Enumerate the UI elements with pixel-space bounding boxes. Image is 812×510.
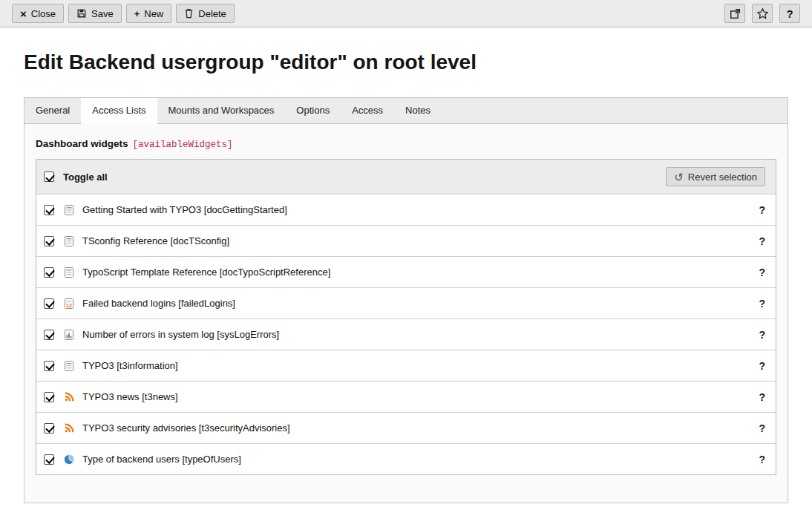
row-checkbox[interactable] <box>44 392 54 402</box>
page-title: Edit Backend usergroup "editor" on root … <box>24 50 788 75</box>
save-button-label: Save <box>91 8 114 19</box>
section-title: Dashboard widgets <box>36 138 128 149</box>
toggle-all-label[interactable]: Toggle all <box>63 171 108 183</box>
widget-label[interactable]: Type of backend users [typeOfUsers] <box>82 454 241 465</box>
tab-panel-access-lists: Dashboard widgets[availableWidgets] Togg… <box>24 124 788 503</box>
delete-button-label: Delete <box>198 8 226 19</box>
widget-label[interactable]: Getting Started with TYPO3 [docGettingSt… <box>82 204 287 215</box>
document-icon <box>63 360 75 372</box>
close-button[interactable]: × Close <box>12 4 64 23</box>
question-icon: ? <box>786 8 793 19</box>
section-code: [availableWidgets] <box>133 140 233 150</box>
open-in-new-window-icon <box>730 8 741 19</box>
tab-general[interactable]: General <box>24 98 81 123</box>
document-icon <box>63 235 75 247</box>
row-help-icon[interactable]: ? <box>759 329 765 341</box>
row-checkbox[interactable] <box>44 298 54 309</box>
revert-icon: ↺ <box>674 171 684 183</box>
pie-chart-icon <box>63 454 75 465</box>
section-header: Dashboard widgets[availableWidgets] <box>36 137 776 150</box>
row-help-icon[interactable]: ? <box>759 267 765 278</box>
row-checkbox[interactable] <box>44 423 54 434</box>
row-checkbox[interactable] <box>44 454 54 465</box>
row-help-icon[interactable]: ? <box>759 391 765 403</box>
table-row: TSconfig Reference [docTSconfig] ? <box>36 225 776 256</box>
tab-container: GeneralAccess ListsMounts and Workspaces… <box>24 97 788 503</box>
row-help-icon[interactable]: ? <box>759 422 765 434</box>
row-help-icon[interactable]: ? <box>759 454 765 465</box>
close-icon: × <box>20 8 27 19</box>
widget-label[interactable]: Number of errors in system log [sysLogEr… <box>82 329 279 340</box>
widgets-list: Getting Started with TYPO3 [docGettingSt… <box>36 194 776 474</box>
row-help-icon[interactable]: ? <box>759 235 765 247</box>
close-button-label: Close <box>31 8 56 19</box>
tab-mounts-and-workspaces[interactable]: Mounts and Workspaces <box>157 98 286 123</box>
widget-label[interactable]: TypoScript Template Reference [docTypoSc… <box>82 267 330 278</box>
row-checkbox[interactable] <box>44 330 54 340</box>
revert-selection-label: Revert selection <box>688 171 757 183</box>
star-icon <box>756 7 769 20</box>
new-icon: + <box>134 9 140 19</box>
table-row: Getting Started with TYPO3 [docGettingSt… <box>36 194 776 225</box>
save-icon <box>76 8 87 19</box>
row-help-icon[interactable]: ? <box>759 204 765 216</box>
number-widget-icon: 12 <box>63 298 75 310</box>
row-checkbox[interactable] <box>44 236 54 246</box>
bookmark-button[interactable] <box>752 4 773 23</box>
row-help-icon[interactable]: ? <box>759 360 765 372</box>
toolbar-right: ? <box>724 4 800 23</box>
widget-label[interactable]: Failed backend logins [failedLogins] <box>82 298 235 309</box>
table-row: Number of errors in system log [sysLogEr… <box>36 318 776 350</box>
widget-label[interactable]: TSconfig Reference [docTSconfig] <box>82 235 229 246</box>
widgets-table: Toggle all ↺ Revert selection Getting St… <box>36 159 776 475</box>
table-row: Type of backend users [typeOfUsers] ? <box>36 443 776 474</box>
tab-access[interactable]: Access <box>341 98 394 123</box>
tab-bar: GeneralAccess ListsMounts and Workspaces… <box>24 98 788 124</box>
document-icon <box>63 204 75 216</box>
rss-icon <box>63 422 75 434</box>
delete-button[interactable]: Delete <box>176 4 235 23</box>
table-row: 12 Failed backend logins [failedLogins] … <box>36 287 776 318</box>
revert-selection-button[interactable]: ↺ Revert selection <box>666 167 765 186</box>
delete-icon <box>184 8 194 19</box>
bar-chart-icon <box>63 329 75 341</box>
new-button[interactable]: + New <box>126 4 172 23</box>
new-button-label: New <box>144 8 163 19</box>
widget-label[interactable]: TYPO3 [t3information] <box>82 360 178 371</box>
table-row: TypoScript Template Reference [docTypoSc… <box>36 256 776 287</box>
tab-access-lists[interactable]: Access Lists <box>81 98 157 124</box>
widgets-table-header: Toggle all ↺ Revert selection <box>36 160 776 194</box>
open-in-new-window-button[interactable] <box>724 4 745 23</box>
row-help-icon[interactable]: ? <box>759 298 765 310</box>
table-row: TYPO3 [t3information] ? <box>36 350 776 381</box>
toggle-all-checkbox[interactable] <box>44 171 54 182</box>
table-row: TYPO3 security advisories [t3securityAdv… <box>36 412 776 443</box>
table-row: TYPO3 news [t3news] ? <box>36 381 776 412</box>
rss-icon <box>63 391 75 403</box>
module-body: Edit Backend usergroup "editor" on root … <box>0 50 812 503</box>
svg-text:12: 12 <box>66 302 72 307</box>
toolbar-left: × Close Save + New Delete <box>12 4 235 23</box>
doc-header-toolbar: × Close Save + New Delete ? <box>0 0 812 27</box>
row-checkbox[interactable] <box>44 205 54 215</box>
help-button[interactable]: ? <box>779 4 800 23</box>
widget-label[interactable]: TYPO3 news [t3news] <box>82 391 178 402</box>
tab-options[interactable]: Options <box>285 98 341 123</box>
tab-notes[interactable]: Notes <box>394 98 442 123</box>
document-icon <box>63 267 75 278</box>
save-button[interactable]: Save <box>68 4 122 23</box>
row-checkbox[interactable] <box>44 267 54 278</box>
row-checkbox[interactable] <box>44 361 54 371</box>
widget-label[interactable]: TYPO3 security advisories [t3securityAdv… <box>82 422 290 434</box>
